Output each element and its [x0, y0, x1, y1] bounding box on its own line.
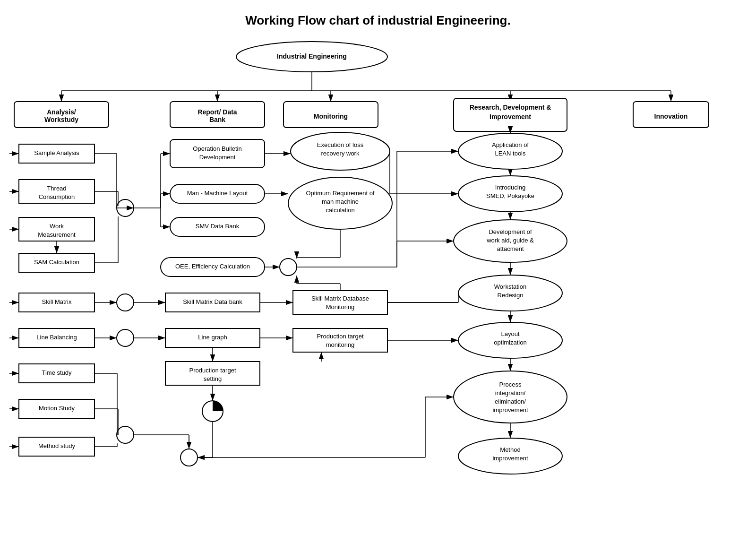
man-machine-label: Man - Machine Layout [187, 190, 248, 197]
skill-matrix-label: Skill Matrix [42, 298, 72, 305]
rd-label1: Research, Development & [470, 104, 551, 111]
skill-mon-label1: Skill Matrix Database [311, 295, 369, 302]
layout-label1: Layout [501, 330, 519, 337]
time-study-label: Time study [42, 369, 72, 376]
main-title: Working Flow chart of industrial Enginee… [245, 13, 510, 27]
sam-label: SAM Calculation [34, 259, 79, 266]
rd-label2: Improvement [490, 113, 531, 121]
merge-circle-bottom [117, 426, 134, 443]
work-aid-label2: work aid, guide & [486, 237, 534, 244]
smv-label: SMV Data Bank [196, 223, 240, 230]
method-study-label: Method study [38, 442, 76, 449]
exec-label2: recovery work [321, 150, 360, 157]
prod-mon-label1: Production target [317, 333, 363, 340]
smed-label2: SMED, Pokayoke [486, 192, 534, 199]
layout-label2: optimization [494, 339, 526, 346]
proc-label1: Process [499, 381, 522, 388]
ws-redesign-label2: Redesign [498, 292, 524, 299]
thread-label2: Consumption [39, 193, 75, 200]
report-databank-label2: Bank [209, 116, 225, 123]
op-bulletin-label1: Operation Bulletin [193, 145, 241, 152]
smed-label1: Introducing [495, 184, 525, 191]
prod-mon-label2: monitoring [326, 341, 355, 348]
method-imp-label1: Method [500, 446, 520, 453]
exec-label1: Execution of loss [317, 141, 364, 148]
merge-circle-final [180, 449, 198, 466]
ws-redesign-label1: Workstation [494, 283, 526, 290]
lean-label1: Application of [492, 141, 529, 148]
prod-target-label1: Production target [189, 367, 236, 374]
merge-circle-line-bal [117, 329, 134, 346]
report-databank-label: Report/ Data [198, 108, 237, 116]
opt-label2: man machine [322, 198, 359, 205]
line-balancing-label: Line Balancing [36, 334, 77, 341]
opt-label3: calculation [326, 207, 354, 214]
lean-label2: LEAN tools [495, 150, 526, 157]
work-meas-label1: Work [50, 223, 64, 230]
motion-study-label: Motion Study [39, 405, 75, 412]
proc-label4: improvement [492, 406, 528, 414]
opt-label1: Optimum Requirement of [306, 190, 375, 197]
page: Working Flow chart of industrial Enginee… [0, 0, 756, 535]
analysis-workstudy-label2: Workstudy [44, 116, 78, 123]
sample-analysis-label: Sample Analysis [34, 149, 79, 156]
industrial-engineering-label: Industrial Engineering [277, 52, 347, 60]
thread-label1: Thread [47, 185, 66, 192]
production-target-monitoring-node [293, 328, 387, 352]
skill-mon-label2: Monitoring [326, 303, 355, 311]
skill-matrix-monitoring-node [293, 291, 387, 314]
op-bulletin-label2: Development [199, 154, 236, 161]
proc-label3: elimination/ [495, 398, 526, 405]
work-aid-label1: Development of [489, 228, 532, 235]
work-meas-label2: Measurement [38, 231, 76, 238]
monitoring-label: Monitoring [314, 112, 348, 120]
prod-target-label2: setting [204, 375, 222, 382]
skill-matrix-db-label: Skill Matrix Data bank [183, 298, 242, 305]
process-integration-node [454, 371, 567, 423]
proc-label2: integration/ [495, 389, 526, 397]
work-aid-label3: attacment [497, 245, 524, 252]
method-imp-label2: improvement [492, 455, 528, 462]
oee-label: OEE, Efficiency Calculation [175, 263, 250, 270]
merge-circle-skill [117, 294, 134, 311]
line-graph-label: Line graph [198, 334, 227, 341]
analysis-workstudy-label: Analysis/ [47, 108, 76, 116]
oee-merge-circle [280, 259, 297, 276]
innovation-label: Innovation [654, 112, 688, 120]
